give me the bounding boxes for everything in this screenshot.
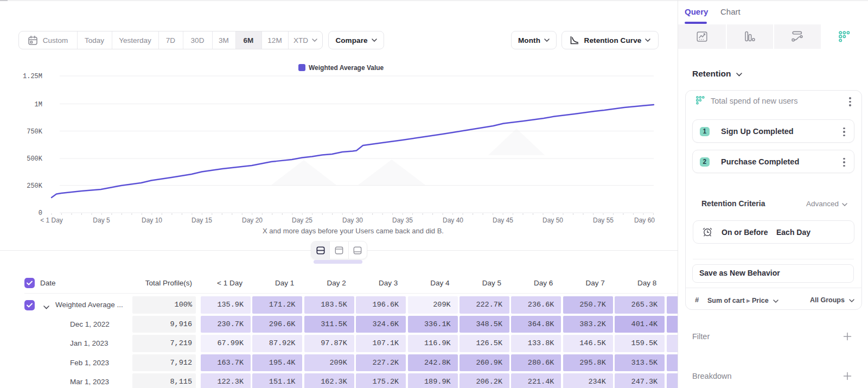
svg-text:Day 40: Day 40 [443,217,463,224]
svg-text:Day 35: Day 35 [392,217,413,224]
svg-text:Day 60: Day 60 [634,217,655,224]
svg-text:Day 55: Day 55 [593,217,614,224]
svg-text:Day 45: Day 45 [493,217,513,224]
svg-text:Day 30: Day 30 [342,217,363,224]
svg-text:750K: 750K [27,128,43,136]
svg-text:Day 5: Day 5 [93,217,110,224]
svg-text:Day 15: Day 15 [192,217,212,224]
svg-text:0: 0 [39,209,42,217]
svg-text:< 1 Day: < 1 Day [40,217,63,224]
svg-text:250K: 250K [27,182,43,190]
svg-text:Day 25: Day 25 [292,217,312,224]
svg-text:Day 20: Day 20 [242,217,263,224]
svg-text:500K: 500K [27,155,43,163]
svg-text:1M: 1M [35,101,42,109]
svg-text:Day 50: Day 50 [542,217,563,224]
svg-text:Day 10: Day 10 [142,217,162,224]
svg-text:1.25M: 1.25M [23,73,42,80]
